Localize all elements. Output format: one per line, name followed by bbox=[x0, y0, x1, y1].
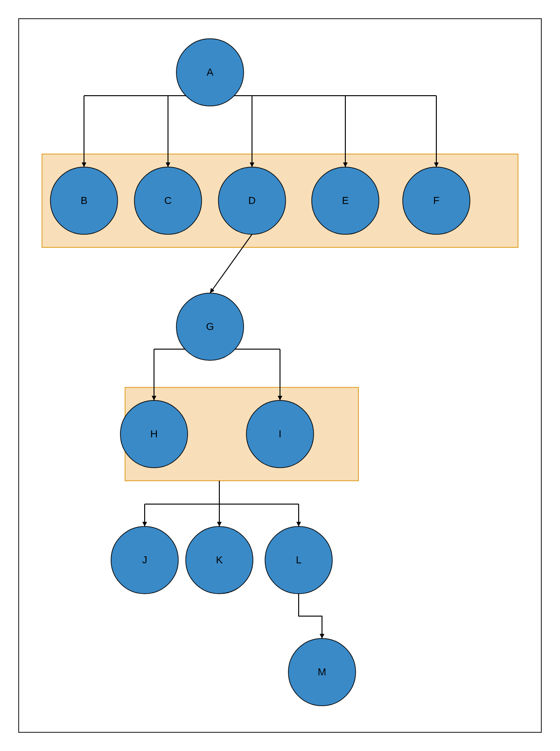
node-i: I bbox=[246, 400, 314, 468]
node-f: F bbox=[403, 167, 470, 234]
node-label-k: K bbox=[216, 554, 223, 566]
node-h: H bbox=[120, 400, 188, 468]
diagram-canvas: ABCDEFGHIJKLM bbox=[0, 0, 560, 751]
node-j: J bbox=[111, 526, 178, 594]
node-m: M bbox=[288, 639, 356, 706]
node-k: K bbox=[186, 526, 253, 594]
diagram-svg: ABCDEFGHIJKLM bbox=[0, 0, 560, 751]
node-label-a: A bbox=[207, 66, 214, 78]
node-label-i: I bbox=[279, 428, 281, 440]
node-b: B bbox=[50, 167, 118, 234]
node-label-c: C bbox=[164, 195, 172, 206]
node-label-h: H bbox=[150, 428, 158, 440]
node-label-l: L bbox=[296, 554, 301, 566]
node-e: E bbox=[312, 167, 379, 234]
node-l: L bbox=[265, 526, 332, 594]
node-label-m: M bbox=[318, 666, 326, 678]
node-c: C bbox=[134, 167, 202, 234]
node-a: A bbox=[176, 39, 244, 106]
node-label-d: D bbox=[248, 195, 256, 206]
node-label-j: J bbox=[142, 554, 147, 566]
node-g: G bbox=[176, 293, 244, 360]
node-label-e: E bbox=[342, 195, 349, 206]
node-label-b: B bbox=[81, 195, 88, 206]
node-label-f: F bbox=[433, 195, 439, 206]
node-label-g: G bbox=[206, 321, 214, 332]
node-d: D bbox=[218, 167, 286, 234]
